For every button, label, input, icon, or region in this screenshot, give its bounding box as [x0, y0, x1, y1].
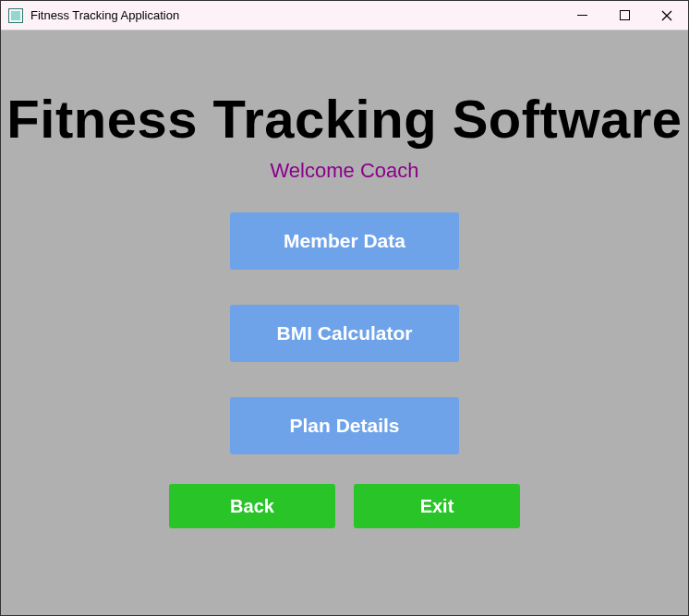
plan-details-button[interactable]: Plan Details	[230, 397, 459, 454]
app-icon	[8, 8, 23, 23]
primary-button-group: Member Data BMI Calculator Plan Details	[230, 212, 459, 454]
content-area: Fitness Tracking Software Welcome Coach …	[1, 30, 688, 615]
window-controls	[561, 1, 688, 30]
app-window: Fitness Tracking Application Fitness Tra…	[0, 0, 689, 616]
maximize-button[interactable]	[603, 1, 646, 30]
page-title: Fitness Tracking Software	[6, 88, 682, 150]
back-button[interactable]: Back	[169, 484, 335, 528]
minimize-icon	[577, 10, 587, 20]
exit-button[interactable]: Exit	[354, 484, 520, 528]
close-button[interactable]	[646, 1, 688, 30]
secondary-button-row: Back Exit	[169, 484, 520, 528]
titlebar: Fitness Tracking Application	[1, 1, 688, 30]
close-icon	[661, 10, 672, 21]
svg-rect-1	[620, 11, 629, 20]
bmi-calculator-button[interactable]: BMI Calculator	[230, 305, 459, 362]
welcome-text: Welcome Coach	[271, 159, 419, 183]
window-title: Fitness Tracking Application	[30, 8, 179, 22]
member-data-button[interactable]: Member Data	[230, 212, 459, 270]
minimize-button[interactable]	[561, 1, 603, 30]
maximize-icon	[620, 10, 630, 20]
